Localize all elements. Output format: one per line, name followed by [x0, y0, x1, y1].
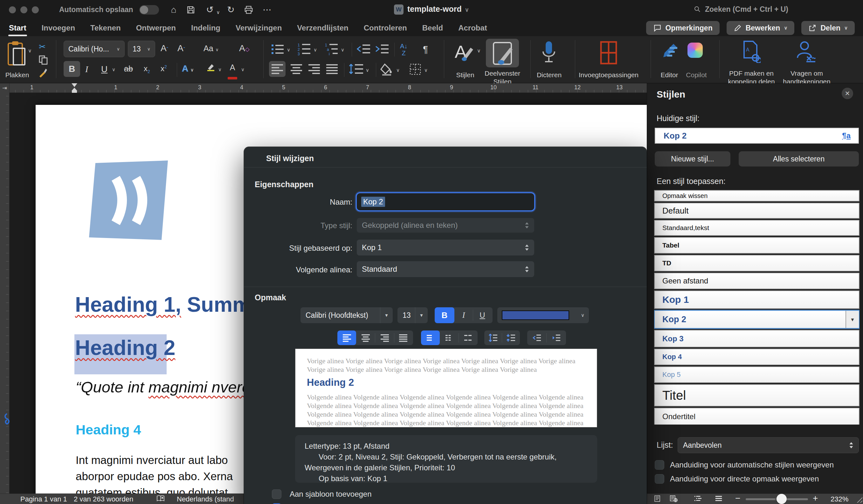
copilot-icon[interactable]: [687, 42, 703, 58]
italic-button[interactable]: I: [85, 64, 88, 74]
highlight-button[interactable]: [206, 63, 216, 71]
first-line-indent-marker[interactable]: [72, 83, 77, 87]
borders-icon[interactable]: [409, 63, 422, 76]
style-item-kop-4[interactable]: Kop 4: [654, 349, 860, 365]
tab-selector[interactable]: ⇥: [0, 83, 10, 93]
style-item-ondertitel[interactable]: Ondertitel: [654, 408, 860, 425]
line-spacing-chevron-icon[interactable]: ∨: [366, 67, 369, 73]
next-paragraph-select[interactable]: Standaard: [357, 261, 534, 277]
dialog-decrease-indent-button[interactable]: [527, 331, 546, 345]
tab-verwijzingen[interactable]: Verwijzingen: [235, 22, 283, 34]
body-line[interactable]: Int magnimi nverciatur aut labo: [76, 452, 233, 468]
cut-icon[interactable]: ✂: [39, 42, 46, 52]
close-panel-button[interactable]: ✕: [842, 88, 853, 99]
language-status[interactable]: Nederlands (stand: [177, 495, 234, 503]
grow-font-icon[interactable]: Aˆ: [161, 43, 168, 53]
draft-view-icon[interactable]: [715, 495, 723, 502]
proofing-status-icon[interactable]: [157, 495, 165, 502]
underline-chevron-icon[interactable]: ∨: [112, 67, 115, 73]
tab-start[interactable]: Start: [8, 22, 27, 34]
style-item-default[interactable]: Default: [654, 203, 860, 219]
new-style-button[interactable]: Nieuwe stijl...: [655, 151, 730, 167]
print-layout-view-icon[interactable]: [670, 495, 678, 502]
signatures-icon[interactable]: [796, 40, 816, 63]
tab-controleren[interactable]: Controleren: [363, 22, 408, 34]
tab-beeld[interactable]: Beeld: [422, 22, 443, 34]
addins-icon[interactable]: [600, 41, 617, 65]
list-filter-select[interactable]: Aanbevolen: [678, 437, 859, 453]
style-item-standaard-tekst[interactable]: Standaard,tekst: [654, 220, 860, 236]
style-item-kop-3[interactable]: Kop 3: [654, 330, 860, 347]
dialog-font-select[interactable]: Calibri (Hoofdtekst)▼: [300, 307, 393, 323]
tab-verzendlijsten[interactable]: Verzendlijsten: [296, 22, 349, 34]
style-item-kop-1[interactable]: Kop 1: [654, 290, 860, 309]
document-quote[interactable]: “Quote int magnimi nverc: [76, 378, 250, 396]
document-heading1[interactable]: Heading 1, Summa: [75, 292, 263, 316]
strikethrough-button[interactable]: ab: [124, 64, 133, 74]
superscript-button[interactable]: x2: [161, 64, 167, 73]
zoom-slider-knob[interactable]: [776, 494, 787, 504]
dialog-justify-button[interactable]: [394, 331, 412, 345]
zoom-in-button[interactable]: +: [813, 493, 818, 503]
highlight-chevron-icon[interactable]: ∨: [218, 67, 222, 73]
numbered-list-chevron-icon[interactable]: ∨: [314, 47, 317, 53]
decrease-indent-icon[interactable]: [357, 43, 371, 55]
based-on-select[interactable]: Kop 1: [357, 240, 534, 256]
font-name-select[interactable]: Calibri (Ho...∨: [64, 41, 125, 57]
horizontal-ruler[interactable]: 112345678910111213: [10, 83, 647, 93]
tab-ontwerpen[interactable]: Ontwerpen: [136, 22, 176, 34]
numbered-list-icon[interactable]: 123: [297, 42, 312, 56]
dialog-decrease-spacing-button[interactable]: [502, 331, 520, 345]
format-painter-icon[interactable]: [38, 68, 48, 78]
select-all-button[interactable]: Alles selecteren: [739, 151, 859, 167]
line-spacing-icon[interactable]: [349, 63, 364, 75]
bullet-list-icon[interactable]: [271, 43, 285, 55]
document-heading2[interactable]: Heading 2: [75, 336, 175, 360]
align-right-button[interactable]: [308, 64, 321, 74]
dialog-bold-button[interactable]: B: [435, 307, 454, 323]
style-item-kop-5[interactable]: Kop 5: [654, 366, 860, 383]
style-item-tabel[interactable]: Tabel: [654, 237, 860, 254]
body-line[interactable]: aborpor epudae pos abo. Xerna: [76, 468, 233, 484]
style-item-geen-afstand[interactable]: Geen afstand: [654, 273, 860, 289]
document-heading2-selection[interactable]: Heading 2: [74, 334, 167, 374]
borders-chevron-icon[interactable]: ∨: [424, 67, 428, 73]
show-direct-formatting-checkbox[interactable]: [655, 474, 664, 484]
focus-mode-icon[interactable]: [654, 495, 662, 502]
style-item-opmaak-wissen[interactable]: Opmaak wissen: [654, 190, 860, 202]
comments-button[interactable]: Opmerkingen: [646, 21, 719, 35]
window-resize-grip[interactable]: [855, 496, 862, 503]
tab-tekenen[interactable]: Tekenen: [90, 22, 122, 34]
paste-chevron-icon[interactable]: ∨: [28, 48, 32, 54]
document-logo-image[interactable]: [89, 160, 168, 240]
add-to-template-checkbox[interactable]: [272, 489, 282, 499]
bold-button[interactable]: B: [64, 61, 80, 77]
styles-gallery-chevron-icon[interactable]: ∨: [477, 48, 481, 54]
dialog-align-center-button[interactable]: [356, 331, 375, 345]
font-color-button[interactable]: A: [228, 63, 237, 81]
share-button[interactable]: Delen∨: [801, 21, 855, 35]
current-style-box[interactable]: Kop 2 ¶a: [655, 128, 859, 144]
outline-view-icon[interactable]: [694, 495, 702, 502]
edit-mode-button[interactable]: Bewerken∨: [727, 21, 795, 35]
style-item-td[interactable]: TD: [654, 255, 860, 271]
dialog-spacing-1-5-button[interactable]: [440, 331, 459, 345]
text-effects-button[interactable]: A ∨: [182, 64, 193, 74]
sort-icon[interactable]: A↓Z: [400, 42, 407, 56]
multilevel-list-chevron-icon[interactable]: ∨: [341, 47, 345, 53]
shading-chevron-icon[interactable]: ∨: [396, 67, 400, 73]
increase-indent-icon[interactable]: [375, 43, 389, 55]
zoom-level[interactable]: 232%: [830, 495, 848, 503]
vertical-ruler[interactable]: [0, 93, 10, 493]
editor-icon[interactable]: [661, 42, 678, 60]
document-heading4[interactable]: Heading 4: [76, 422, 141, 438]
pdf-create-icon[interactable]: A: [740, 40, 761, 63]
dialog-italic-button[interactable]: I: [454, 307, 473, 323]
tab-indeling[interactable]: Indeling: [190, 22, 221, 34]
align-center-button[interactable]: [290, 64, 303, 74]
tab-acrobat[interactable]: Acrobat: [458, 22, 488, 34]
dialog-size-select[interactable]: 13▼: [398, 307, 428, 323]
clear-formatting-icon[interactable]: A◇: [239, 43, 250, 53]
hanging-indent-marker[interactable]: [72, 88, 77, 91]
paste-button[interactable]: [7, 41, 27, 67]
